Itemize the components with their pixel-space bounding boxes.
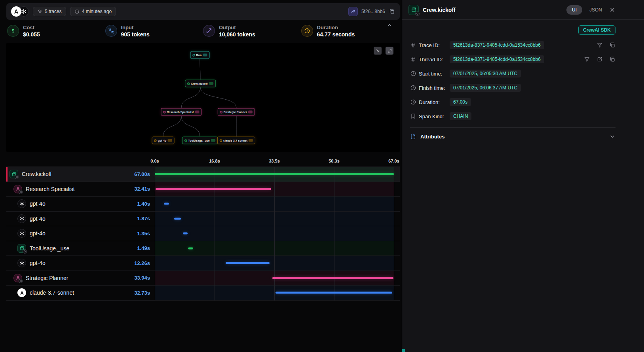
span-row-6[interactable]: gpt-4o12.26s xyxy=(6,256,400,271)
field-label: Finish time: xyxy=(419,85,447,91)
span-row-7[interactable]: Strategic Planner33.94s xyxy=(6,271,400,286)
span-row-8[interactable]: claude-3.7-sonnet32.73s xyxy=(6,286,400,301)
clock-icon xyxy=(410,70,416,77)
span-bar-track xyxy=(155,212,394,226)
external-icon[interactable] xyxy=(597,56,603,62)
graph-node-crew-kickoff[interactable]: Crew.kickoff xyxy=(185,80,216,87)
span-duration: 33.94s xyxy=(134,275,150,281)
graph-node-research-specialist[interactable]: Research Specialist xyxy=(161,108,201,116)
agentops-badge-icon xyxy=(19,190,23,194)
agentops-badge-icon xyxy=(415,11,420,16)
clock-icon xyxy=(74,9,80,14)
anthropic-logo-icon xyxy=(17,288,26,297)
graph-node-toolusage[interactable]: ToolUsage._use xyxy=(182,137,218,144)
traces-count-badge[interactable]: 5 traces xyxy=(33,7,66,16)
span-name: Strategic Planner xyxy=(26,275,68,281)
openai-logo-icon xyxy=(17,259,26,267)
collapse-stats-button[interactable] xyxy=(386,22,393,28)
span-detail-sidebar: Crew.kickoff UI JSON CrewAI SDK Trace ID… xyxy=(402,0,644,352)
span-bar xyxy=(188,247,193,249)
graph-node-chip xyxy=(209,82,213,85)
span-bar xyxy=(164,203,169,205)
graph-node-gpt-4o[interactable]: gpt-4o xyxy=(152,137,175,144)
span-row-4[interactable]: gpt-4o1.35s xyxy=(6,226,400,241)
sdk-row: CrewAI SDK xyxy=(410,25,616,35)
trace-timeline: 0.0s16.8s33.5s50.3s67.0s Crew.kickoff67.… xyxy=(6,158,400,301)
time-tick: 16.8s xyxy=(209,159,220,163)
filter-icon[interactable] xyxy=(584,56,590,62)
graph-node-strategic-planner[interactable]: Strategic Planner xyxy=(218,108,255,116)
span-bar-track xyxy=(155,197,394,211)
anthropic-logo-icon xyxy=(11,6,21,17)
span-bar-track xyxy=(155,182,394,197)
graph-node-chip xyxy=(203,54,207,57)
graph-node-dot-icon xyxy=(163,111,165,113)
field-value: 67.00s xyxy=(450,98,471,106)
span-bar-track xyxy=(155,167,394,182)
span-row-5[interactable]: ToolUsage._use1.49s xyxy=(6,241,400,256)
span-duration: 67.00s xyxy=(134,171,150,177)
resize-handle[interactable] xyxy=(402,349,405,352)
stat-value: 905 tokens xyxy=(121,31,150,38)
chevron-down-icon[interactable] xyxy=(609,133,616,140)
tab-json[interactable]: JSON xyxy=(589,7,602,13)
hash-icon xyxy=(410,42,416,48)
graph-node-label: claude-3.7-sonnet xyxy=(223,139,247,142)
span-bar xyxy=(272,277,393,279)
stat-value: 10,060 tokens xyxy=(219,31,255,38)
stat-input: Input905 tokens xyxy=(105,25,203,38)
copy-icon[interactable] xyxy=(389,8,395,15)
filter-icon[interactable] xyxy=(597,42,603,48)
clock-icon xyxy=(410,99,416,105)
dollar-icon xyxy=(10,28,16,34)
field-value: 07/01/2025, 06:05:30 AM UTC xyxy=(450,70,521,78)
stat-value: $0.055 xyxy=(23,31,40,38)
crew-icon xyxy=(17,244,26,253)
close-sidebar-button[interactable] xyxy=(609,7,616,13)
metrics-chart-button[interactable] xyxy=(348,7,358,16)
attributes-section-toggle[interactable]: Attributes xyxy=(410,128,616,145)
agentops-badge-icon xyxy=(23,249,27,254)
agent-icon xyxy=(13,185,22,193)
agent-icon xyxy=(13,274,22,282)
graph-expand-button[interactable] xyxy=(386,47,393,55)
openai-logo-icon xyxy=(17,229,26,238)
graph-node-chip xyxy=(211,139,215,142)
stat-value: 64.77 seconds xyxy=(317,31,355,38)
field-label: Trace ID: xyxy=(419,42,447,48)
span-row-3[interactable]: gpt-4o1.87s xyxy=(6,212,400,227)
field-label: Start time: xyxy=(419,71,447,77)
graph-node-label: Strategic Planner xyxy=(224,111,247,114)
copy-icon[interactable] xyxy=(609,42,616,48)
copy-icon[interactable] xyxy=(609,56,616,62)
graph-node-dot-icon xyxy=(154,139,157,142)
span-duration: 12.26s xyxy=(134,260,150,266)
span-duration: 32.73s xyxy=(134,290,150,296)
close-icon xyxy=(376,49,380,53)
openai-logo-icon xyxy=(17,199,26,208)
graph-node-claude-3-7-sonnet[interactable]: claude-3.7-sonnet xyxy=(217,137,255,144)
topbar-right: 5f26...8bb6 xyxy=(348,7,395,16)
graph-node-dot-icon xyxy=(220,139,222,142)
span-row-0[interactable]: Crew.kickoff67.00s xyxy=(6,167,400,182)
field-duration: Duration:67.00s xyxy=(410,95,616,109)
span-name: Crew.kickoff xyxy=(22,171,51,177)
field-label: Duration: xyxy=(419,99,447,105)
attributes-label: Attributes xyxy=(420,134,445,140)
field-label: Span Kind: xyxy=(419,114,447,119)
graph-close-button[interactable] xyxy=(374,47,382,55)
tab-ui[interactable]: UI xyxy=(566,5,582,15)
graph-node-dot-icon xyxy=(193,54,195,56)
field-label: Thread ID: xyxy=(419,57,447,62)
stat-output: Output10,060 tokens xyxy=(203,25,301,38)
time-tick: 33.5s xyxy=(269,159,280,163)
span-row-1[interactable]: Research Specialist32.41s xyxy=(6,182,400,197)
field-value: 5f2613da-8371-9405-fcdd-0a1534cc8bb6 xyxy=(450,41,544,49)
graph-edges xyxy=(6,43,400,152)
graph-node-run[interactable]: Run xyxy=(190,51,210,59)
sidebar-content: CrewAI SDK Trace ID:5f2613da-8371-9405-f… xyxy=(402,20,644,145)
openai-logo-icon xyxy=(17,214,26,223)
bookmark-icon xyxy=(410,113,416,119)
span-row-2[interactable]: gpt-4o1.40s xyxy=(6,197,400,212)
trend-icon xyxy=(350,9,355,14)
